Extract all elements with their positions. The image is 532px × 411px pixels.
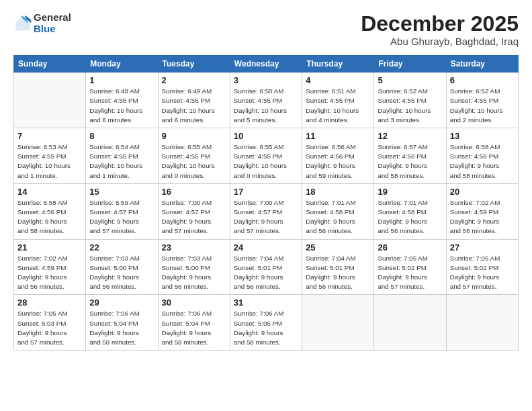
day-info: Sunrise: 6:58 AMSunset: 4:56 PMDaylight:…: [17, 198, 82, 236]
day-info: Sunrise: 6:54 AMSunset: 4:55 PMDaylight:…: [89, 142, 154, 181]
calendar-cell: [14, 73, 86, 128]
week-row-2: 7Sunrise: 6:53 AMSunset: 4:55 PMDaylight…: [14, 128, 519, 184]
day-number: 29: [89, 298, 154, 308]
calendar-cell: 31Sunrise: 7:06 AMSunset: 5:05 PMDayligh…: [230, 295, 302, 351]
day-info: Sunrise: 7:00 AMSunset: 4:57 PMDaylight:…: [162, 198, 226, 236]
day-info: Sunrise: 6:50 AMSunset: 4:55 PMDaylight:…: [234, 87, 298, 125]
calendar-cell: 6Sunrise: 6:52 AMSunset: 4:55 PMDaylight…: [446, 73, 518, 128]
calendar-cell: 16Sunrise: 7:00 AMSunset: 4:57 PMDayligh…: [158, 183, 230, 239]
logo-icon: [13, 14, 32, 33]
weekday-wednesday: Wednesday: [230, 56, 302, 73]
day-info: Sunrise: 6:55 AMSunset: 4:55 PMDaylight:…: [162, 142, 226, 181]
day-number: 14: [17, 187, 82, 197]
calendar-cell: 25Sunrise: 7:04 AMSunset: 5:01 PMDayligh…: [302, 239, 374, 295]
day-info: Sunrise: 7:03 AMSunset: 5:00 PMDaylight:…: [89, 254, 154, 292]
calendar-cell: [302, 295, 374, 351]
calendar-body: 1Sunrise: 6:48 AMSunset: 4:55 PMDaylight…: [14, 73, 519, 351]
calendar-cell: 3Sunrise: 6:50 AMSunset: 4:55 PMDaylight…: [230, 73, 302, 128]
week-row-3: 14Sunrise: 6:58 AMSunset: 4:56 PMDayligh…: [14, 183, 519, 239]
calendar-cell: 29Sunrise: 7:06 AMSunset: 5:04 PMDayligh…: [86, 295, 158, 351]
calendar-cell: 2Sunrise: 6:49 AMSunset: 4:55 PMDaylight…: [158, 73, 230, 128]
day-number: 25: [306, 242, 370, 253]
week-row-5: 28Sunrise: 7:05 AMSunset: 5:03 PMDayligh…: [14, 295, 519, 351]
calendar-cell: 24Sunrise: 7:04 AMSunset: 5:01 PMDayligh…: [230, 239, 302, 295]
day-number: 13: [450, 131, 515, 141]
title-block: December 2025 Abu Ghurayb, Baghdad, Iraq: [361, 12, 519, 47]
calendar-cell: 17Sunrise: 7:00 AMSunset: 4:57 PMDayligh…: [230, 183, 302, 239]
day-info: Sunrise: 7:02 AMSunset: 4:59 PMDaylight:…: [450, 198, 515, 236]
calendar-cell: 30Sunrise: 7:06 AMSunset: 5:04 PMDayligh…: [158, 295, 230, 351]
logo-general-text: General: [34, 12, 71, 24]
day-number: 26: [378, 242, 442, 253]
day-number: 7: [17, 131, 82, 141]
day-info: Sunrise: 7:06 AMSunset: 5:04 PMDaylight:…: [89, 309, 154, 347]
day-info: Sunrise: 7:01 AMSunset: 4:58 PMDaylight:…: [378, 198, 442, 236]
day-info: Sunrise: 6:49 AMSunset: 4:55 PMDaylight:…: [162, 87, 226, 125]
day-info: Sunrise: 6:48 AMSunset: 4:55 PMDaylight:…: [89, 87, 154, 125]
day-info: Sunrise: 6:58 AMSunset: 4:56 PMDaylight:…: [450, 142, 515, 181]
calendar-cell: 8Sunrise: 6:54 AMSunset: 4:55 PMDaylight…: [86, 128, 158, 184]
calendar-cell: 13Sunrise: 6:58 AMSunset: 4:56 PMDayligh…: [446, 128, 518, 184]
calendar-cell: 15Sunrise: 6:59 AMSunset: 4:57 PMDayligh…: [86, 183, 158, 239]
day-number: 18: [306, 187, 370, 197]
calendar-cell: [374, 295, 446, 351]
calendar-cell: 19Sunrise: 7:01 AMSunset: 4:58 PMDayligh…: [374, 183, 446, 239]
day-number: 9: [162, 131, 226, 141]
calendar-cell: 26Sunrise: 7:05 AMSunset: 5:02 PMDayligh…: [374, 239, 446, 295]
day-number: 5: [378, 75, 442, 85]
day-info: Sunrise: 6:52 AMSunset: 4:55 PMDaylight:…: [450, 87, 515, 125]
day-number: 8: [89, 131, 154, 141]
calendar-cell: 22Sunrise: 7:03 AMSunset: 5:00 PMDayligh…: [86, 239, 158, 295]
calendar-cell: 7Sunrise: 6:53 AMSunset: 4:55 PMDaylight…: [14, 128, 86, 184]
calendar-cell: 18Sunrise: 7:01 AMSunset: 4:58 PMDayligh…: [302, 183, 374, 239]
day-number: 28: [17, 298, 82, 308]
header: General Blue December 2025 Abu Ghurayb, …: [13, 12, 519, 47]
day-info: Sunrise: 7:05 AMSunset: 5:03 PMDaylight:…: [17, 309, 82, 347]
weekday-thursday: Thursday: [302, 56, 374, 73]
calendar-cell: 12Sunrise: 6:57 AMSunset: 4:56 PMDayligh…: [374, 128, 446, 184]
logo-text: General Blue: [34, 12, 71, 34]
day-info: Sunrise: 6:52 AMSunset: 4:55 PMDaylight:…: [378, 87, 442, 125]
calendar-cell: 27Sunrise: 7:05 AMSunset: 5:02 PMDayligh…: [446, 239, 518, 295]
location: Abu Ghurayb, Baghdad, Iraq: [361, 36, 519, 47]
day-info: Sunrise: 7:02 AMSunset: 4:59 PMDaylight:…: [17, 254, 82, 292]
day-info: Sunrise: 6:56 AMSunset: 4:56 PMDaylight:…: [306, 142, 370, 181]
day-number: 6: [450, 75, 515, 85]
day-info: Sunrise: 7:03 AMSunset: 5:00 PMDaylight:…: [162, 254, 226, 292]
calendar-cell: [446, 295, 518, 351]
weekday-monday: Monday: [86, 56, 158, 73]
day-number: 4: [306, 75, 370, 85]
day-number: 3: [234, 75, 298, 85]
calendar-cell: 23Sunrise: 7:03 AMSunset: 5:00 PMDayligh…: [158, 239, 230, 295]
calendar-header: SundayMondayTuesdayWednesdayThursdayFrid…: [14, 56, 519, 73]
day-info: Sunrise: 6:55 AMSunset: 4:55 PMDaylight:…: [234, 142, 298, 181]
weekday-row: SundayMondayTuesdayWednesdayThursdayFrid…: [14, 56, 519, 73]
day-info: Sunrise: 6:53 AMSunset: 4:55 PMDaylight:…: [17, 142, 82, 181]
weekday-friday: Friday: [374, 56, 446, 73]
day-number: 21: [17, 242, 82, 253]
weekday-tuesday: Tuesday: [158, 56, 230, 73]
page: General Blue December 2025 Abu Ghurayb, …: [0, 0, 532, 411]
day-info: Sunrise: 7:04 AMSunset: 5:01 PMDaylight:…: [306, 254, 370, 292]
day-info: Sunrise: 7:06 AMSunset: 5:04 PMDaylight:…: [162, 309, 226, 347]
day-number: 15: [89, 187, 154, 197]
day-info: Sunrise: 7:05 AMSunset: 5:02 PMDaylight:…: [378, 254, 442, 292]
day-info: Sunrise: 6:57 AMSunset: 4:56 PMDaylight:…: [378, 142, 442, 181]
calendar-cell: 1Sunrise: 6:48 AMSunset: 4:55 PMDaylight…: [86, 73, 158, 128]
logo-blue-text: Blue: [34, 24, 71, 35]
week-row-1: 1Sunrise: 6:48 AMSunset: 4:55 PMDaylight…: [14, 73, 519, 128]
day-number: 11: [306, 131, 370, 141]
day-info: Sunrise: 7:01 AMSunset: 4:58 PMDaylight:…: [306, 198, 370, 236]
day-number: 16: [162, 187, 226, 197]
day-number: 22: [89, 242, 154, 253]
day-number: 24: [234, 242, 298, 253]
day-number: 31: [234, 298, 298, 308]
day-info: Sunrise: 7:05 AMSunset: 5:02 PMDaylight:…: [450, 254, 515, 292]
day-info: Sunrise: 7:06 AMSunset: 5:05 PMDaylight:…: [234, 309, 298, 347]
calendar-cell: 9Sunrise: 6:55 AMSunset: 4:55 PMDaylight…: [158, 128, 230, 184]
weekday-saturday: Saturday: [446, 56, 518, 73]
day-info: Sunrise: 6:51 AMSunset: 4:55 PMDaylight:…: [306, 87, 370, 125]
calendar-cell: 10Sunrise: 6:55 AMSunset: 4:55 PMDayligh…: [230, 128, 302, 184]
day-number: 17: [234, 187, 298, 197]
calendar-cell: 11Sunrise: 6:56 AMSunset: 4:56 PMDayligh…: [302, 128, 374, 184]
